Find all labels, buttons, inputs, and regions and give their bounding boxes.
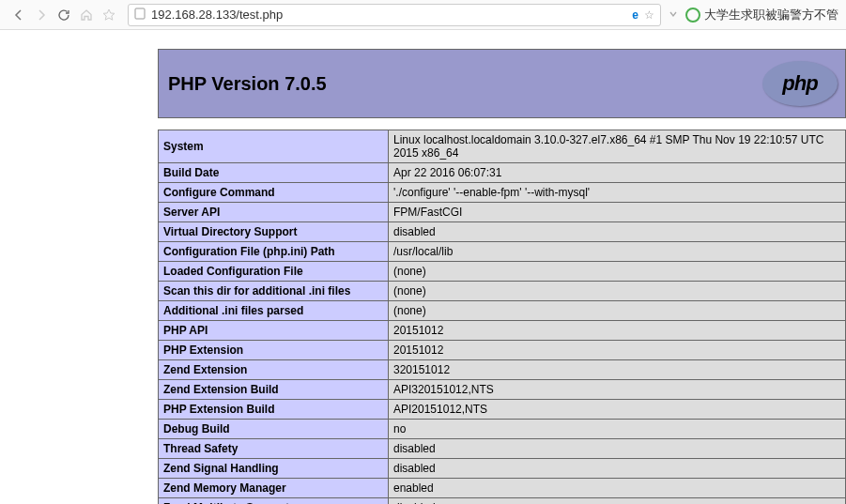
- row-label: Thread Safety: [159, 439, 389, 459]
- table-row: Zend Extension BuildAPI320151012,NTS: [159, 380, 846, 400]
- row-label: Zend Signal Handling: [159, 459, 389, 479]
- row-label: Zend Memory Manager: [159, 479, 389, 498]
- search-suggestion[interactable]: 大学生求职被骗警方不管: [685, 7, 838, 23]
- table-row: Configuration File (php.ini) Path/usr/lo…: [159, 242, 846, 262]
- table-row: SystemLinux localhost.localdomain 3.10.0…: [159, 130, 846, 163]
- row-value: no: [389, 420, 846, 439]
- row-label: Configuration File (php.ini) Path: [159, 242, 389, 262]
- favorite-icon[interactable]: ☆: [644, 8, 654, 22]
- row-label: PHP Extension Build: [159, 400, 389, 420]
- page-title: PHP Version 7.0.5: [168, 73, 327, 95]
- row-label: Zend Multibyte Support: [159, 498, 389, 505]
- table-row: Server APIFPM/FastCGI: [159, 203, 846, 222]
- row-label: Server API: [159, 203, 389, 222]
- browser-toolbar: 192.168.28.133/test.php e ☆ 大学生求职被骗警方不管: [0, 0, 846, 30]
- row-label: Scan this dir for additional .ini files: [159, 282, 389, 301]
- row-label: System: [159, 130, 389, 163]
- row-value: disabled: [389, 439, 846, 459]
- url-security-icon: [134, 8, 146, 23]
- row-label: Virtual Directory Support: [159, 222, 389, 242]
- svg-rect-0: [135, 8, 145, 19]
- forward-button[interactable]: [30, 4, 53, 26]
- table-row: Zend Extension320151012: [159, 360, 846, 380]
- row-value: API320151012,NTS: [389, 380, 846, 400]
- table-row: Zend Signal Handlingdisabled: [159, 459, 846, 479]
- php-logo-text: php: [782, 71, 817, 96]
- row-value: disabled: [389, 459, 846, 479]
- row-value: 20151012: [389, 321, 846, 341]
- table-row: PHP Extension20151012: [159, 341, 846, 360]
- search-suggestion-text: 大学生求职被骗警方不管: [704, 7, 838, 23]
- row-label: Build Date: [159, 163, 389, 183]
- content-area: PHP Version 7.0.5 php SystemLinux localh…: [0, 30, 846, 504]
- table-row: Build DateApr 22 2016 06:07:31: [159, 163, 846, 183]
- back-button[interactable]: [8, 4, 30, 26]
- table-row: PHP API20151012: [159, 321, 846, 341]
- table-row: Virtual Directory Supportdisabled: [159, 222, 846, 242]
- reload-button[interactable]: [53, 4, 75, 26]
- row-value: enabled: [389, 479, 846, 498]
- row-value: Apr 22 2016 06:07:31: [389, 163, 846, 183]
- table-row: Additional .ini files parsed(none): [159, 301, 846, 321]
- row-value: /usr/local/lib: [389, 242, 846, 262]
- table-row: Debug Buildno: [159, 420, 846, 439]
- row-label: Configure Command: [159, 183, 389, 203]
- table-row: Loaded Configuration File(none): [159, 262, 846, 282]
- php-header: PHP Version 7.0.5 php: [158, 49, 846, 118]
- row-label: Zend Extension Build: [159, 380, 389, 400]
- row-value: (none): [389, 282, 846, 301]
- row-value: 320151012: [389, 360, 846, 380]
- row-label: Additional .ini files parsed: [159, 301, 389, 321]
- row-value: (none): [389, 262, 846, 282]
- table-row: Configure Command'./configure' '--enable…: [159, 183, 846, 203]
- row-value: API20151012,NTS: [389, 400, 846, 420]
- compat-icon[interactable]: e: [632, 8, 638, 22]
- row-label: Zend Extension: [159, 360, 389, 380]
- bookmark-icon[interactable]: [98, 4, 120, 26]
- php-logo: php: [762, 61, 838, 106]
- row-label: Loaded Configuration File: [159, 262, 389, 282]
- url-text: 192.168.28.133/test.php: [151, 8, 632, 22]
- table-row: PHP Extension BuildAPI20151012,NTS: [159, 400, 846, 420]
- url-right-icons: e ☆: [632, 8, 654, 22]
- row-value: Linux localhost.localdomain 3.10.0-327.e…: [389, 130, 846, 163]
- home-button[interactable]: [75, 4, 98, 26]
- table-row: Zend Memory Managerenabled: [159, 479, 846, 498]
- table-row: Thread Safetydisabled: [159, 439, 846, 459]
- row-label: PHP API: [159, 321, 389, 341]
- row-value: disabled: [389, 222, 846, 242]
- search-engine-icon: [685, 8, 700, 23]
- row-label: PHP Extension: [159, 341, 389, 360]
- toolbar-divider: [669, 8, 678, 22]
- url-bar[interactable]: 192.168.28.133/test.php e ☆: [128, 4, 661, 26]
- row-value: FPM/FastCGI: [389, 203, 846, 222]
- row-label: Debug Build: [159, 420, 389, 439]
- row-value: (none): [389, 301, 846, 321]
- table-row: Zend Multibyte Supportdisabled: [159, 498, 846, 505]
- phpinfo-table: SystemLinux localhost.localdomain 3.10.0…: [158, 130, 846, 504]
- row-value: './configure' '--enable-fpm' '--with-mys…: [389, 183, 846, 203]
- row-value: disabled: [389, 498, 846, 505]
- row-value: 20151012: [389, 341, 846, 360]
- table-row: Scan this dir for additional .ini files(…: [159, 282, 846, 301]
